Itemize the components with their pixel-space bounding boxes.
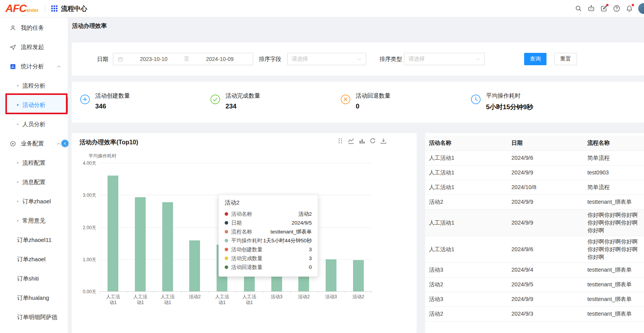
table-row[interactable]: 人工活动1 2024/9/9 你好啊你好啊你好啊你好啊你好啊你好啊你好啊 <box>425 209 644 236</box>
logo-enter-text: enter <box>27 7 39 13</box>
results-table: 活动名称 日期 流程名称 人工活动1 2024/9/6 简单流程 人工活动1 2… <box>425 136 644 321</box>
chart-bar[interactable] <box>135 197 146 291</box>
tooltip-label: 流程名称 <box>231 228 252 235</box>
config-icon <box>10 140 16 147</box>
sidebar-item-order-hualang[interactable]: 订单hualang <box>0 288 68 308</box>
table-row[interactable]: 活动2 2024/9/5 testtenant_绑表单 <box>425 277 644 292</box>
chart-bar[interactable] <box>326 259 336 291</box>
cell-activity-name: 活动3 <box>425 262 508 277</box>
data-view-icon[interactable] <box>337 138 343 144</box>
send-icon <box>10 44 16 51</box>
table-row[interactable]: 人工活动1 2024/9/9 test0903 <box>425 165 644 180</box>
sidebar-item-order-shiti[interactable]: 订单shiti <box>0 269 68 288</box>
x-axis-label: 活动2 <box>290 294 318 300</box>
sidebar-collapse-button[interactable] <box>61 140 69 147</box>
search-icon[interactable] <box>575 5 582 12</box>
sidebar-item-activity-analysis[interactable]: 活动分析 <box>0 95 68 115</box>
help-icon[interactable] <box>613 5 620 12</box>
app-logo[interactable]: AFC enter <box>5 3 39 14</box>
sidebar-item-statistics[interactable]: 统计分析 <box>0 57 68 76</box>
user-avatar[interactable] <box>638 3 644 14</box>
date-range-picker[interactable]: 2023-10-10 至 2024-10-09 <box>113 53 253 65</box>
bar-chart-icon[interactable] <box>359 138 365 144</box>
table-row[interactable]: 人工活动1 2024/9/6 你好啊你好啊你好啊你好啊你好啊你好啊你好啊 <box>425 236 644 262</box>
column-header-process-name: 流程名称 <box>583 136 644 150</box>
sidebar-item-personnel-analysis[interactable]: 人员分析 <box>0 115 68 134</box>
cell-date: 2024/9/6 <box>508 236 583 262</box>
chart-bar[interactable] <box>162 202 173 291</box>
tooltip-dot <box>225 221 228 225</box>
bullet-dot <box>17 181 18 183</box>
sidebar-item-process-analysis[interactable]: 流程分析 <box>0 76 68 95</box>
sidebar-item-my-tasks[interactable]: 我的任务 <box>0 18 68 37</box>
date-to-value[interactable]: 2024-10-09 <box>191 56 249 62</box>
axis-tick <box>209 291 209 293</box>
axis-tick <box>99 291 100 293</box>
sidebar-item-label: 人员分析 <box>22 121 45 128</box>
table-row[interactable]: 人工活动1 2024/10/8 简单流程 <box>425 180 644 194</box>
logo-afc-text: AFC <box>5 3 27 14</box>
table-row[interactable]: 活动3 2024/9/4 testtenant_绑表单 <box>425 262 644 277</box>
cell-process-name: testtenant_绑表单 <box>583 262 644 277</box>
sidebar-item-process-start[interactable]: 流程发起 <box>0 37 68 57</box>
bullet-dot <box>17 220 18 221</box>
tooltip-label: 平均操作耗时 <box>231 237 262 244</box>
stat-value: 234 <box>225 103 260 110</box>
sidebar-item-order-zhaoel-2[interactable]: 订单zhaoel <box>0 250 68 269</box>
close-circle-icon <box>340 94 351 105</box>
tooltip-value: 0 <box>309 264 312 270</box>
notification-bell-icon[interactable] <box>626 5 633 12</box>
date-from-value[interactable]: 2023-10-10 <box>125 56 183 62</box>
sidebar-item-message-config[interactable]: 消息配置 <box>0 172 68 192</box>
sidebar-item-label: 订单明细阿萨德 <box>17 314 57 321</box>
sort-field-label: 排序字段 <box>259 56 281 63</box>
sidebar-item-common-opinions[interactable]: 常用意见 <box>0 211 68 230</box>
table-row[interactable]: 活动3 2024/9/9 testtenant_绑表单 <box>425 292 644 306</box>
tooltip-row: 平均操作耗时 1天5小时44分钟50秒 <box>225 236 312 245</box>
chevron-down-icon <box>357 58 362 61</box>
cell-activity-name: 活动2 <box>425 277 508 292</box>
cell-date: 2024/9/3 <box>508 306 583 321</box>
table-header-row: 活动名称 日期 流程名称 <box>425 136 644 150</box>
tooltip-label: 活动回退数量 <box>231 264 262 271</box>
sidebar-item-order-detail[interactable]: 订单明细阿萨德 <box>0 308 68 327</box>
sort-type-select[interactable]: 请选择 <box>404 53 485 65</box>
reset-button[interactable]: 重置 <box>554 53 577 65</box>
x-axis-label: 人工活动1 <box>154 294 181 306</box>
edit-icon[interactable] <box>600 5 608 12</box>
tooltip-dot <box>225 257 228 260</box>
refresh-icon[interactable] <box>370 138 376 144</box>
cell-date: 2024/9/4 <box>508 262 583 277</box>
table-row[interactable]: 人工活动1 2024/9/6 简单流程 <box>425 150 644 165</box>
calendar-icon <box>118 56 123 62</box>
sort-field-select[interactable]: 请选择 <box>287 53 366 65</box>
cell-date: 2024/10/8 <box>508 180 583 194</box>
sidebar-item-order-zhaoel11[interactable]: 订单zhaoel11 <box>0 230 68 250</box>
sidebar-item-label: 流程发起 <box>21 44 44 51</box>
sidebar-item-process-config[interactable]: 流程配置 <box>0 153 68 172</box>
download-icon[interactable] <box>380 138 387 144</box>
query-button[interactable]: 查询 <box>524 53 546 65</box>
cell-date: 2024/9/9 <box>508 165 583 180</box>
cell-process-name: 简单流程 <box>583 180 644 194</box>
top-bar: AFC enter 流程中心 <box>0 0 644 17</box>
apps-grid-icon[interactable] <box>51 5 57 12</box>
cell-activity-name: 人工活动1 <box>425 236 508 262</box>
y-tick-label: 3.00天 <box>72 192 96 199</box>
plus-circle-icon <box>80 94 90 105</box>
x-axis-label: 人工活动1 <box>209 294 236 306</box>
check-circle-icon <box>210 94 220 105</box>
y-tick-label: 2.00天 <box>72 225 96 231</box>
tooltip-row: 日期 2024/9/5 <box>225 218 312 227</box>
table-row[interactable]: 活动2 2024/9/3 testtenant_绑表单 <box>425 306 644 321</box>
chart-bar[interactable] <box>189 240 200 291</box>
stat-completed: 活动完成数量 234 <box>202 92 332 123</box>
sidebar-item-business-config[interactable]: 业务配置 <box>0 134 68 153</box>
ai-assistant-icon[interactable] <box>587 5 595 12</box>
sidebar-item-order-zhaoel[interactable]: 订单zhaoel <box>0 192 68 211</box>
chart-bar[interactable] <box>353 260 364 291</box>
gridline <box>99 163 372 163</box>
table-row[interactable]: 活动2 2024/9/9 testtenant_绑表单 <box>425 194 644 209</box>
line-chart-icon[interactable] <box>348 138 354 144</box>
chart-bar[interactable] <box>108 176 118 291</box>
